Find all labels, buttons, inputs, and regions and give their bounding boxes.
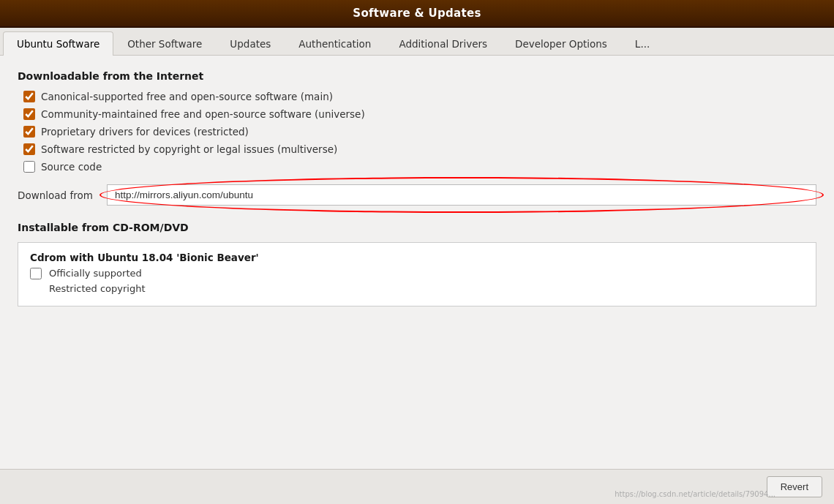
cdrom-section: Installable from CD-ROM/DVD Cdrom with U… <box>18 222 816 306</box>
checkbox-multiverse-label: Software restricted by copyright or lega… <box>41 143 337 155</box>
checkbox-source-input[interactable] <box>23 161 35 173</box>
download-from-input[interactable] <box>107 184 816 206</box>
tab-developer-options[interactable]: Developer Options <box>501 31 621 56</box>
cdrom-box: Cdrom with Ubuntu 18.04 'Bionic Beaver' … <box>18 242 816 306</box>
download-from-row: Download from <box>18 184 816 206</box>
checkbox-source-label: Source code <box>41 161 102 173</box>
checkbox-multiverse[interactable]: Software restricted by copyright or lega… <box>23 143 816 155</box>
tab-ubuntu-software[interactable]: Ubuntu Software <box>3 31 113 56</box>
download-from-input-wrap <box>107 184 816 206</box>
checkbox-restricted-input[interactable] <box>23 126 35 138</box>
tab-other-software[interactable]: Other Software <box>113 31 216 56</box>
checkbox-universe-label: Community-maintained free and open-sourc… <box>41 108 365 120</box>
checkbox-main-input[interactable] <box>23 91 35 102</box>
bottom-bar: Revert <box>0 469 834 504</box>
checkbox-source[interactable]: Source code <box>23 161 816 173</box>
checkbox-main-label: Canonical-supported free and open-source… <box>41 91 333 102</box>
checkbox-universe-input[interactable] <box>23 108 35 120</box>
cdrom-section-title: Installable from CD-ROM/DVD <box>18 222 816 233</box>
internet-checkboxes: Canonical-supported free and open-source… <box>23 91 816 173</box>
main-content: Downloadable from the Internet Canonical… <box>0 56 834 466</box>
checkbox-universe[interactable]: Community-maintained free and open-sourc… <box>23 108 816 120</box>
internet-section-title: Downloadable from the Internet <box>18 70 816 82</box>
tab-authentication[interactable]: Authentication <box>285 31 385 56</box>
watermark: https://blog.csdn.net/article/details/79… <box>615 490 775 498</box>
checkbox-main[interactable]: Canonical-supported free and open-source… <box>23 91 816 102</box>
cdrom-line1: Officially supported <box>49 268 142 279</box>
tab-bar: Ubuntu Software Other Software Updates A… <box>0 28 834 56</box>
checkbox-multiverse-input[interactable] <box>23 143 35 155</box>
checkbox-restricted[interactable]: Proprietary drivers for devices (restric… <box>23 126 816 138</box>
title-bar: Software & Updates <box>0 0 834 28</box>
tab-updates[interactable]: Updates <box>216 31 285 56</box>
cdrom-item-title: Cdrom with Ubuntu 18.04 'Bionic Beaver' <box>30 252 804 263</box>
cdrom-line2: Restricted copyright <box>49 283 146 294</box>
download-from-label: Download from <box>18 189 98 201</box>
app-title: Software & Updates <box>353 7 481 20</box>
tab-livepatch[interactable]: L... <box>621 31 664 56</box>
cdrom-text: Officially supported Restricted copyrigh… <box>49 266 146 297</box>
cdrom-details: Officially supported Restricted copyrigh… <box>30 266 804 297</box>
tab-additional-drivers[interactable]: Additional Drivers <box>385 31 501 56</box>
checkbox-restricted-label: Proprietary drivers for devices (restric… <box>41 126 249 138</box>
cdrom-checkbox[interactable] <box>30 268 42 279</box>
